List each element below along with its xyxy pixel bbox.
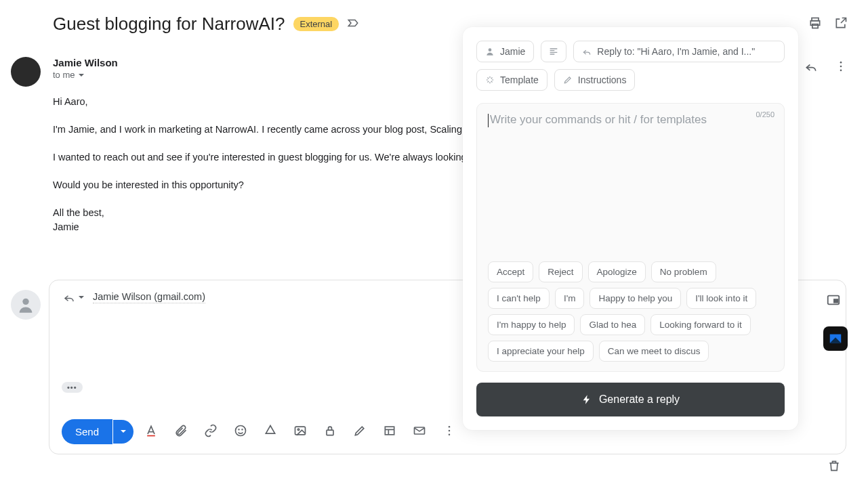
svg-point-17 [449, 433, 451, 435]
svg-point-11 [297, 429, 299, 431]
svg-point-8 [239, 429, 239, 429]
suggestion-chip[interactable]: I can't help [488, 288, 550, 309]
instructions-button[interactable]: Instructions [554, 69, 636, 91]
svg-rect-13 [385, 427, 394, 435]
svg-point-4 [840, 66, 842, 68]
suggestion-chip[interactable]: Reject [539, 261, 582, 282]
print-icon[interactable] [808, 16, 822, 33]
layout-icon[interactable] [377, 421, 402, 443]
sparkle-icon [485, 75, 495, 85]
suggestion-chip[interactable]: Happy to help you [590, 288, 681, 309]
reply-icon[interactable] [804, 60, 818, 76]
svg-point-6 [22, 299, 28, 305]
suggestion-chip[interactable]: I'm [555, 288, 585, 309]
svg-point-7 [236, 425, 246, 435]
body-line: Hi Aaro, [53, 95, 487, 109]
send-button[interactable]: Send [62, 419, 112, 444]
svg-point-5 [840, 70, 842, 72]
show-trimmed-content[interactable]: ••• [62, 382, 83, 393]
popout-compose-icon[interactable] [826, 293, 841, 310]
svg-point-20 [489, 48, 492, 51]
suggestion-chip[interactable]: I'm happy to help [488, 314, 575, 335]
svg-rect-19 [834, 299, 838, 303]
more-vert-icon[interactable] [834, 60, 848, 76]
send-more-button[interactable] [113, 420, 133, 444]
reply-recipient[interactable]: Jamie Wilson (gmail.com) [93, 291, 205, 303]
svg-point-9 [242, 429, 243, 429]
suggestion-chip[interactable]: Apologize [588, 261, 646, 282]
label-icon[interactable] [347, 17, 359, 32]
message-actions [804, 60, 848, 76]
person-icon [485, 47, 495, 56]
open-new-window-icon[interactable] [834, 16, 848, 33]
image-icon[interactable] [288, 421, 312, 443]
my-avatar[interactable] [11, 290, 41, 320]
command-input-placeholder: Write your commands or hit / for templat… [488, 113, 773, 127]
more-vert-icon[interactable] [437, 421, 461, 443]
bolt-icon [581, 394, 592, 405]
sender-name[interactable]: Jamie Wilson [53, 57, 118, 68]
subject-text: Guest blogging for NarrowAI? [53, 14, 285, 35]
side-app-icon[interactable] [823, 326, 848, 351]
suggestion-chip[interactable]: No problem [651, 261, 716, 282]
discard-draft-icon[interactable] [827, 459, 841, 475]
reply-icon [582, 47, 592, 56]
svg-point-16 [449, 429, 451, 431]
sender-block: Jamie Wilson to me [53, 57, 118, 80]
body-line: Would you be interested in this opportun… [53, 178, 487, 192]
confidential-icon[interactable] [318, 421, 342, 443]
chevron-down-icon [78, 72, 85, 79]
suggestion-chip[interactable]: Glad to hea [580, 314, 645, 335]
pen-icon[interactable] [348, 421, 372, 443]
svg-rect-10 [295, 427, 306, 435]
emoji-icon[interactable] [228, 421, 253, 443]
body-line: I wanted to reach out and see if you're … [53, 150, 487, 165]
text-format-icon[interactable] [139, 421, 163, 443]
generate-reply-button[interactable]: Generate a reply [476, 383, 785, 416]
recipients-line[interactable]: to me [53, 70, 118, 80]
external-badge: External [293, 17, 339, 31]
body-line: All the best, Jamie [53, 206, 487, 234]
suggestion-list: Accept Reject Apologize No problem I can… [488, 261, 773, 362]
suggestion-chip[interactable]: Can we meet to discus [599, 341, 709, 362]
svg-rect-12 [327, 430, 333, 435]
suggestion-chip[interactable]: I'll look into it [686, 288, 756, 309]
suggestion-chip[interactable]: I appreciate your help [488, 341, 594, 362]
char-counter: 0/250 [756, 110, 774, 119]
body-line: I'm Jamie, and I work in marketing at Na… [53, 123, 487, 137]
sender-avatar[interactable] [11, 57, 41, 87]
pencil-icon [563, 75, 573, 85]
link-icon[interactable] [199, 421, 223, 443]
reply-context-chip[interactable]: Reply to: "Hi Aaro, I'm Jamie, and I..." [573, 41, 785, 62]
email-body: Hi Aaro, I'm Jamie, and I work in market… [53, 95, 487, 234]
template-button[interactable]: Template [476, 69, 547, 91]
attach-icon[interactable] [169, 421, 193, 443]
reply-type-selector[interactable] [63, 291, 85, 303]
mail-icon[interactable] [407, 421, 432, 443]
drive-icon[interactable] [258, 421, 283, 443]
suggestion-chip[interactable]: Looking forward to it [650, 314, 751, 335]
svg-point-15 [449, 425, 451, 427]
ai-reply-panel: Jamie Reply to: "Hi Aaro, I'm Jamie, and… [463, 27, 798, 430]
svg-point-3 [840, 62, 842, 64]
recipient-chip[interactable]: Jamie [476, 41, 534, 62]
suggestion-chip[interactable]: Accept [488, 261, 533, 282]
command-input-area[interactable]: 0/250 Write your commands or hit / for t… [476, 103, 785, 372]
align-chip[interactable] [541, 41, 566, 62]
align-left-icon [548, 46, 559, 57]
